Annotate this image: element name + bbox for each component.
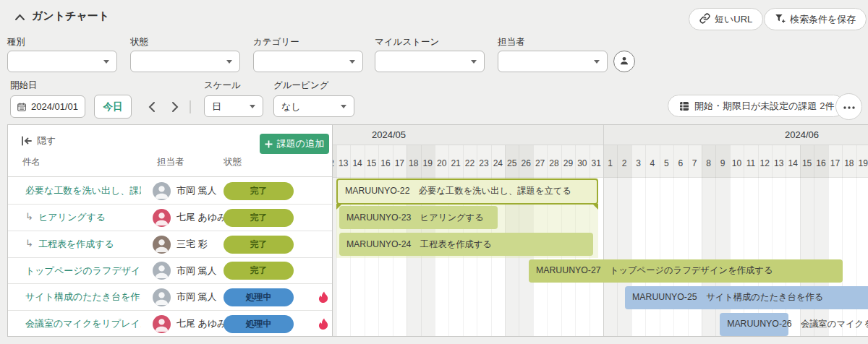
day-number: 17 xyxy=(828,158,842,173)
issue-row-4: サイト構成のたたき台を作る市岡 篤人処理中 xyxy=(8,284,332,311)
issue-row-5: 会議室のマイクをリプレイスする七尾 あゆみ処理中 xyxy=(8,311,332,337)
short-url-button[interactable]: 短いURL xyxy=(689,8,763,30)
gantt-panel: 隠す 課題の追加 件名 担当者 状態 必要な工数を洗い出し、課題を...市岡 篤… xyxy=(7,124,868,337)
day-number: 18 xyxy=(842,158,856,173)
filter-label-3: マイルストーン xyxy=(375,36,439,48)
issue-title-link[interactable]: 必要な工数を洗い出し、課題を... xyxy=(25,178,141,205)
day-number: 27 xyxy=(533,158,547,173)
today-button[interactable]: 今日 xyxy=(94,95,132,119)
gantt-bar-MARUUNYO-26[interactable]: MARUUNYO-26 会議室のマイクをリプレイスする xyxy=(720,313,788,336)
prev-chevron-button[interactable] xyxy=(143,98,161,116)
status-badge[interactable]: 完了 xyxy=(224,182,294,200)
more-options-button[interactable] xyxy=(835,93,862,120)
filter-dropdown-3[interactable] xyxy=(375,51,485,72)
priority-flame-icon xyxy=(318,291,329,306)
issue-title-link[interactable]: 工程表を作成する xyxy=(38,231,114,258)
filter-dropdown-4[interactable] xyxy=(498,51,608,72)
start-date-value: 2024/01/01 xyxy=(31,101,78,112)
start-date-input[interactable]: 2024/01/01 xyxy=(10,95,85,118)
gantt-bar-label: MARUUNYO-24 工程表を作成する xyxy=(346,233,492,256)
column-header-assignee: 担当者 xyxy=(157,156,184,168)
hide-sidebar-button[interactable]: 隠す xyxy=(21,134,56,147)
month-boundary-line xyxy=(603,125,604,337)
filter-plus-icon xyxy=(775,13,786,26)
filter-label-4: 担当者 xyxy=(498,36,525,48)
filter-dropdown-0[interactable] xyxy=(7,51,117,72)
day-number: 15 xyxy=(365,158,378,173)
day-number: 16 xyxy=(814,158,827,173)
gantt-bar-label: MARUUNYO-25 サイト構成のたたき台を作る xyxy=(632,286,823,309)
issue-title-link[interactable]: サイト構成のたたき台を作る xyxy=(25,284,141,311)
day-number: 30 xyxy=(575,158,589,173)
gantt-bar-label: MARUUNYO-27 トップページのラフデザインを作成する xyxy=(536,259,773,283)
grouping-value: なし xyxy=(281,100,301,113)
day-number: 15 xyxy=(800,158,814,173)
assignee-name: 市岡 篤人 xyxy=(176,178,217,205)
hide-label: 隠す xyxy=(37,134,56,147)
gantt-bar-MARUUNYO-23[interactable]: MARUUNYO-23 ヒアリングする xyxy=(339,206,498,229)
status-badge[interactable]: 処理中 xyxy=(224,315,294,333)
issue-row-2: ↳工程表を作成する三宅 彩完了 xyxy=(8,231,332,258)
page-title: ガントチャート xyxy=(32,9,109,23)
add-issue-label: 課題の追加 xyxy=(277,137,324,150)
chevron-down-icon xyxy=(250,105,255,108)
day-number: 18 xyxy=(407,158,420,173)
day-number: 16 xyxy=(378,158,392,173)
issue-title-link[interactable]: トップページのラフデザインを... xyxy=(25,258,141,285)
day-number: 9 xyxy=(715,158,729,173)
filter-label-2: カテゴリー xyxy=(253,36,299,48)
avatar xyxy=(153,262,171,280)
filter-label-1: 状態 xyxy=(130,36,148,48)
chevron-down-icon xyxy=(226,60,232,64)
ellipsis-icon xyxy=(843,101,856,112)
scale-dropdown[interactable]: 日 xyxy=(204,95,263,117)
day-number: 2 xyxy=(617,158,631,173)
assignee-name: 三宅 彩 xyxy=(176,231,208,258)
short-url-label: 短いURL xyxy=(715,13,752,26)
day-number: 11 xyxy=(744,158,757,173)
issue-title-link[interactable]: ヒアリングする xyxy=(38,205,106,231)
chevron-down-icon xyxy=(341,105,346,108)
filter-dropdown-1[interactable] xyxy=(130,51,240,72)
day-number: 31 xyxy=(590,158,603,173)
save-search-button[interactable]: 検索条件を保存 xyxy=(764,8,867,30)
status-badge[interactable]: 処理中 xyxy=(224,288,294,306)
gantt-bar-MARUUNYO-25[interactable]: MARUUNYO-25 サイト構成のたたき台を作る xyxy=(625,286,868,309)
day-number: 4 xyxy=(645,158,659,173)
gantt-bar-MARUUNYO-27[interactable]: MARUUNYO-27 トップページのラフデザインを作成する xyxy=(529,259,843,283)
chevron-down-icon xyxy=(103,60,109,64)
priority-flame-icon xyxy=(318,318,329,333)
avatar xyxy=(153,288,171,306)
assignee-name: 市岡 篤人 xyxy=(176,284,217,311)
plus-icon xyxy=(265,140,273,148)
day-number: 14 xyxy=(350,158,364,173)
filter-dropdown-2[interactable] xyxy=(253,51,363,72)
next-chevron-button[interactable] xyxy=(166,98,184,116)
day-number: 7 xyxy=(688,158,702,173)
day-number: 13 xyxy=(336,158,350,173)
day-number: 17 xyxy=(393,158,407,173)
assignee-me-button[interactable] xyxy=(613,51,635,72)
chevron-down-icon xyxy=(349,60,355,64)
collapse-chevron-icon[interactable] xyxy=(14,12,25,23)
month-label: 2024/05 xyxy=(372,129,406,140)
day-number: 25 xyxy=(505,158,519,173)
status-badge[interactable]: 完了 xyxy=(224,262,294,280)
day-number: 13 xyxy=(772,158,786,173)
status-badge[interactable]: 完了 xyxy=(224,209,294,227)
gantt-bar-MARUUNYO-22[interactable]: MARUUNYO-22 必要な工数を洗い出し、課題を立てる xyxy=(336,179,598,205)
month-label: 2024/06 xyxy=(785,129,819,140)
gantt-bar-label: MARUUNYO-23 ヒアリングする xyxy=(346,206,484,229)
day-number: 21 xyxy=(448,158,462,173)
day-number: 6 xyxy=(673,158,687,173)
unset-issues-button[interactable]: 開始・期限日が未設定の課題 2件 xyxy=(668,95,845,117)
gantt-chart: 1213141516171819202122232425262728293031… xyxy=(332,125,868,337)
grouping-dropdown[interactable]: なし xyxy=(273,95,354,117)
issue-list-icon xyxy=(678,100,690,112)
gantt-bar-MARUUNYO-24[interactable]: MARUUNYO-24 工程表を作成する xyxy=(339,233,594,256)
status-badge[interactable]: 完了 xyxy=(224,236,294,254)
add-issue-button[interactable]: 課題の追加 xyxy=(260,134,329,154)
filter-label-0: 種別 xyxy=(7,36,25,48)
day-number: 3 xyxy=(631,158,645,173)
issue-title-link[interactable]: 会議室のマイクをリプレイスする xyxy=(25,311,141,337)
